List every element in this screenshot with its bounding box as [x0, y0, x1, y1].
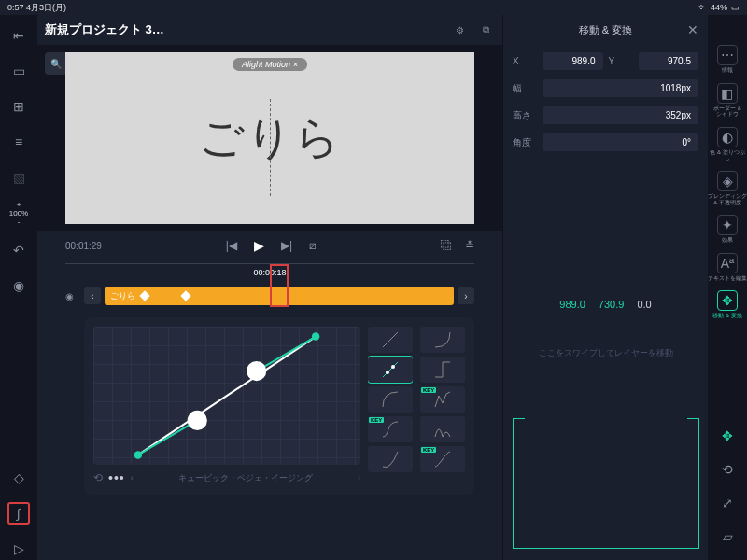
preset-col-1: KEY — [368, 327, 413, 485]
clip[interactable]: ごりら — [105, 287, 454, 305]
preset-col-2: KEY KEY — [420, 327, 465, 485]
preset-spring[interactable]: KEY — [368, 416, 413, 442]
dots-icon: ⋯ — [717, 45, 738, 65]
canvas[interactable]: Alight Motion × ごりら — [65, 52, 474, 224]
move-tab[interactable]: ✥移動 & 変換 — [712, 290, 741, 319]
y-value[interactable]: 970.5 — [639, 52, 699, 70]
clip-label: ごりら — [110, 290, 135, 302]
left-toolbar: ⇤ ▭ ⊞ ≡ ▧ + 100% - ↶ ◉ ◇ ∫ ▷ — [0, 15, 37, 560]
copy-icon[interactable]: ⿻ — [441, 239, 452, 252]
layers-tool[interactable]: ≡ — [7, 131, 30, 153]
preset-bounce[interactable] — [420, 416, 465, 442]
close-icon[interactable]: ✕ — [687, 22, 698, 37]
more-icon[interactable]: ••• — [108, 470, 125, 485]
back-button[interactable]: ⇤ — [7, 24, 30, 47]
easing-name: キュービック・ベジェ・イージング — [139, 472, 352, 484]
svg-point-3 — [134, 451, 142, 458]
preset-easeout[interactable] — [420, 327, 465, 353]
keyframe-diamond-tool[interactable]: ◇ — [7, 467, 30, 489]
angle-label: 角度 — [513, 136, 537, 149]
eye-icon[interactable]: ◉ — [65, 291, 80, 301]
coord-y: 730.9 — [599, 299, 625, 310]
bookmark-icon[interactable]: ⧄ — [309, 239, 317, 252]
height-label: 高さ — [513, 109, 537, 122]
playhead-marker[interactable] — [270, 264, 289, 307]
easing-next[interactable]: › — [358, 473, 360, 483]
text-tab[interactable]: Aªテキストを編集 — [708, 253, 747, 282]
svg-point-8 — [391, 365, 395, 369]
svg-line-1 — [138, 420, 197, 455]
aspect-tool[interactable]: ▭ — [7, 60, 30, 82]
keyframe-icon[interactable] — [139, 290, 149, 301]
swipe-bracket[interactable] — [513, 418, 699, 549]
timeline[interactable]: 00:00:18 ◉ ‹ ごりら › — [37, 259, 502, 310]
effects-tab[interactable]: ✦効果 — [717, 215, 738, 244]
watermark: Alight Motion × — [233, 58, 307, 71]
easing-tool[interactable]: ∫ — [7, 502, 30, 525]
move-icon: ✥ — [717, 290, 738, 311]
coord-readout: 989.0 730.9 0.0 — [503, 299, 708, 310]
settings-icon[interactable]: ⚙ — [450, 21, 469, 39]
preset-back[interactable] — [368, 446, 413, 472]
undo-tool[interactable]: ↶ — [7, 239, 30, 261]
border-tab[interactable]: ◧ボーダー & シャドウ — [713, 83, 741, 118]
wifi-icon: ᯤ — [698, 3, 707, 12]
blend-icon: ◈ — [717, 171, 738, 191]
preset-linear[interactable] — [368, 327, 413, 353]
border-icon: ◧ — [717, 83, 738, 104]
zoom-control[interactable]: + 100% - — [9, 202, 28, 226]
blend-tab[interactable]: ◈ブレンディング & 不透明度 — [708, 171, 747, 205]
preset-custom[interactable]: KEY — [420, 446, 465, 472]
move-tool[interactable]: ✥ — [717, 426, 738, 446]
info-tab[interactable]: ⋯情報 — [717, 45, 738, 74]
x-value[interactable]: 989.0 — [543, 52, 603, 70]
canvas-area: 🔍 Alight Motion × ごりら — [37, 45, 502, 231]
svg-point-4 — [312, 332, 319, 340]
key-badge: KEY — [421, 447, 436, 453]
x-label: X — [513, 56, 537, 66]
key-badge: KEY — [369, 417, 384, 423]
width-value[interactable]: 1018px — [543, 79, 698, 97]
equalizer-icon[interactable]: ≛ — [465, 239, 474, 252]
keyframe-icon[interactable] — [180, 290, 190, 301]
track-prev[interactable]: ‹ — [84, 287, 101, 304]
sparkle-icon: ✦ — [717, 215, 738, 235]
scale-tool[interactable]: ⤢ — [717, 493, 738, 513]
camera-tool[interactable]: ▧ — [7, 166, 30, 189]
preset-easein[interactable] — [368, 386, 413, 413]
angle-value[interactable]: 0° — [543, 133, 698, 151]
svg-point-6 — [247, 361, 266, 381]
visibility-tool[interactable]: ◉ — [7, 274, 30, 297]
skew-tool[interactable]: ▱ — [717, 526, 738, 547]
skip-end-icon[interactable]: ▶| — [281, 239, 292, 252]
key-badge: KEY — [421, 387, 436, 393]
magnify-button[interactable]: 🔍 — [45, 52, 67, 75]
play-outline-tool[interactable]: ▷ — [7, 538, 30, 560]
canvas-text[interactable]: ごりら — [199, 108, 342, 168]
preset-step[interactable] — [420, 357, 465, 383]
current-time: 00:01:29 — [65, 241, 102, 251]
grid-tool[interactable]: ⊞ — [7, 95, 30, 118]
status-bar: 0:57 4月3日(月) ᯤ 44% ▭ — [0, 0, 747, 15]
preset-elastic[interactable]: KEY — [420, 386, 465, 413]
play-button[interactable]: ▶ — [254, 238, 264, 253]
swipe-hint: ここをスワイプしてレイヤーを移動 — [503, 347, 708, 359]
share-icon[interactable]: ⧉ — [476, 21, 495, 39]
text-icon: Aª — [717, 253, 738, 273]
far-right-toolbar: ⋯情報 ◧ボーダー & シャドウ ◐色 & 塗りつぶし ◈ブレンディング & 不… — [708, 15, 747, 560]
easing-panel: ⟲ ••• ‹ キュービック・ベジェ・イージング › KEY KEY K — [84, 317, 474, 495]
status-time: 0:57 — [7, 3, 24, 12]
status-date: 4月3日(月) — [26, 3, 66, 12]
fill-tab[interactable]: ◐色 & 塗りつぶし — [708, 127, 747, 161]
preset-bezier[interactable] — [368, 357, 413, 383]
skip-start-icon[interactable]: |◀ — [226, 239, 237, 252]
properties-panel: 移動 & 変換 ✕ X 989.0 Y 970.5 幅 1018px 高さ 35… — [502, 15, 708, 560]
rotate-tool[interactable]: ⟲ — [717, 459, 738, 480]
easing-graph[interactable] — [93, 327, 360, 465]
easing-prev[interactable]: ‹ — [131, 473, 134, 483]
loop-icon[interactable]: ⟲ — [93, 471, 103, 484]
coord-x: 989.0 — [559, 299, 585, 310]
track-next[interactable]: › — [458, 287, 474, 304]
svg-point-7 — [386, 371, 389, 374]
height-value[interactable]: 352px — [543, 106, 698, 124]
